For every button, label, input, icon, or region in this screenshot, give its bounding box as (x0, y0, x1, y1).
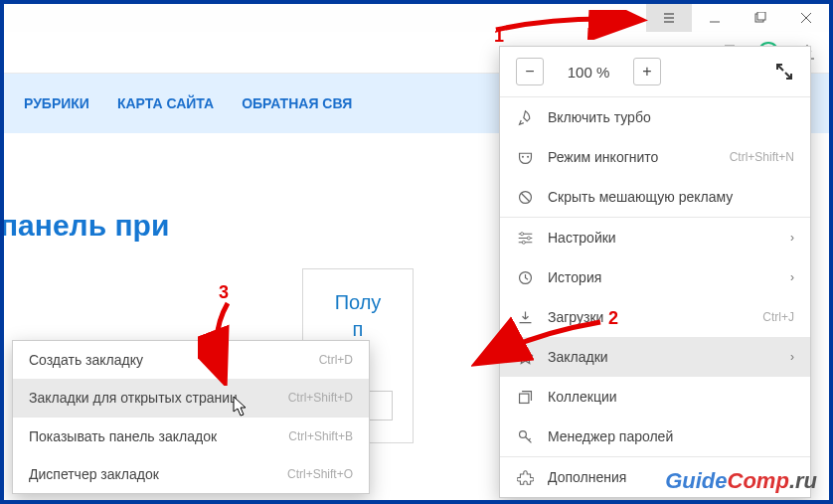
menu-label: Загрузки (548, 309, 603, 325)
svg-rect-9 (519, 394, 528, 403)
zoom-value: 100 % (562, 64, 615, 81)
chevron-right-icon: › (790, 350, 794, 364)
cursor-icon (233, 396, 250, 418)
menu-item-history[interactable]: История › (500, 257, 810, 297)
submenu-shortcut: Ctrl+Shift+B (288, 429, 353, 443)
menu-label: История (548, 269, 601, 285)
menu-label: Скрыть мешающую рекламу (548, 189, 733, 205)
menu-label: Менеджер паролей (548, 428, 673, 444)
close-icon (800, 12, 812, 24)
submenu-label: Показывать панель закладок (29, 428, 217, 444)
svg-point-7 (522, 241, 525, 244)
zoom-out-button[interactable]: − (516, 58, 544, 85)
chevron-right-icon: › (790, 231, 794, 245)
submenu-item-show-bookmarks-bar[interactable]: Показывать панель закладок Ctrl+Shift+B (13, 418, 369, 455)
collections-icon (516, 388, 534, 406)
menu-item-incognito[interactable]: Режим инкогнито Ctrl+Shift+N (500, 137, 810, 177)
menu-shortcut: Ctrl+J (762, 310, 794, 324)
submenu-item-bookmark-manager[interactable]: Диспетчер закладок Ctrl+Shift+O (13, 455, 369, 493)
puzzle-icon (516, 468, 534, 486)
mask-icon (516, 148, 534, 166)
svg-point-5 (520, 232, 523, 235)
menu-label: Дополнения (548, 469, 626, 485)
close-button[interactable] (783, 4, 829, 32)
menu-label: Включить турбо (548, 109, 651, 125)
rocket-icon (516, 108, 534, 126)
nav-link-feedback[interactable]: ОБРАТНАЯ СВЯ (242, 95, 352, 111)
submenu-label: Закладки для открытых страниц (29, 390, 238, 406)
fullscreen-button[interactable] (774, 62, 794, 82)
annotation-number-1: 1 (494, 26, 504, 47)
menu-item-hide-ads[interactable]: Скрыть мешающую рекламу (500, 177, 810, 217)
menu-shortcut: Ctrl+Shift+N (730, 150, 794, 164)
annotation-number-3: 3 (219, 282, 229, 303)
minimize-icon (709, 12, 721, 24)
svg-point-6 (527, 236, 530, 239)
svg-point-2 (521, 155, 523, 157)
watermark: GuideComp.ru (665, 468, 817, 494)
submenu-item-create-bookmark[interactable]: Создать закладку Ctrl+D (13, 341, 369, 379)
nav-link-rubrics[interactable]: РУБРИКИ (24, 95, 89, 111)
window-titlebar (4, 4, 829, 32)
star-icon (516, 348, 534, 366)
sliders-icon (516, 229, 534, 247)
main-menu: − 100 % + Включить турбо Режим инкогнито… (499, 46, 811, 498)
menu-label: Закладки (548, 349, 608, 365)
clock-icon (516, 268, 534, 286)
key-icon (516, 427, 534, 445)
zoom-in-button[interactable]: + (633, 58, 661, 85)
minimize-button[interactable] (692, 4, 738, 32)
maximize-button[interactable] (738, 4, 783, 32)
nav-link-sitemap[interactable]: КАРТА САЙТА (117, 95, 214, 111)
widget-title-1: Полу (323, 291, 393, 314)
svg-rect-1 (757, 12, 765, 20)
menu-item-passwords[interactable]: Менеджер паролей (500, 417, 810, 456)
hamburger-icon (663, 12, 675, 24)
svg-point-3 (527, 155, 529, 157)
submenu-label: Создать закладку (29, 352, 143, 368)
bookmarks-submenu: Создать закладку Ctrl+D Закладки для отк… (12, 340, 370, 494)
svg-point-10 (519, 430, 526, 437)
menu-label: Коллекции (548, 389, 617, 405)
block-icon (516, 188, 534, 206)
menu-label: Настройки (548, 230, 616, 246)
menu-item-downloads[interactable]: Загрузки Ctrl+J (500, 297, 810, 337)
submenu-shortcut: Ctrl+Shift+O (287, 467, 353, 481)
hamburger-button[interactable] (646, 4, 692, 32)
submenu-shortcut: Ctrl+Shift+D (288, 391, 353, 405)
submenu-shortcut: Ctrl+D (319, 353, 353, 367)
menu-item-bookmarks[interactable]: Закладки › (500, 337, 810, 377)
submenu-item-bookmark-open-pages[interactable]: Закладки для открытых страниц Ctrl+Shift… (13, 379, 369, 417)
zoom-row: − 100 % + (500, 47, 810, 96)
chevron-right-icon: › (790, 270, 794, 284)
download-icon (516, 308, 534, 326)
menu-item-turbo[interactable]: Включить турбо (500, 97, 810, 137)
menu-item-settings[interactable]: Настройки › (500, 218, 810, 257)
widget-title-2: п (323, 318, 393, 341)
submenu-label: Диспетчер закладок (29, 466, 159, 482)
maximize-icon (754, 12, 766, 24)
menu-item-collections[interactable]: Коллекции (500, 377, 810, 417)
menu-label: Режим инкогнито (548, 149, 658, 165)
annotation-number-2: 2 (608, 308, 618, 329)
